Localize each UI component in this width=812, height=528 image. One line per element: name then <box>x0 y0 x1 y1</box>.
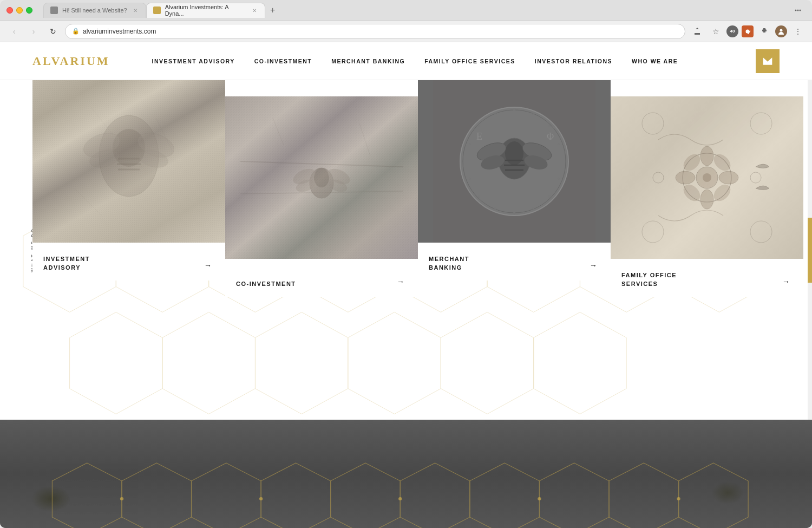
svg-marker-98 <box>331 463 401 528</box>
nav-investor-relations[interactable]: INVESTOR RELATIONS <box>525 58 622 64</box>
svg-point-0 <box>795 9 797 11</box>
svg-marker-96 <box>192 463 261 528</box>
svg-point-4 <box>780 29 783 31</box>
merchant-banking-image: E Φ <box>418 80 611 243</box>
family-office-title: FAMILY OFFICESERVICES <box>621 271 775 288</box>
back-button[interactable]: ‹ <box>6 24 22 39</box>
profile-avatar[interactable] <box>775 25 787 37</box>
svg-point-66 <box>558 143 560 145</box>
svg-marker-102 <box>609 463 679 528</box>
svg-point-105 <box>259 497 263 500</box>
service-card-merchant-banking[interactable]: E Φ <box>418 80 611 420</box>
tab-1-close[interactable]: ✕ <box>132 6 139 14</box>
svg-point-67 <box>558 178 560 180</box>
extensions-icon[interactable] <box>757 24 772 39</box>
nav-merchant-banking[interactable]: MERCHANT BANKING <box>322 58 415 64</box>
svg-point-106 <box>398 497 402 500</box>
new-tab-button[interactable]: + <box>265 3 280 18</box>
family-office-image <box>611 96 803 259</box>
svg-point-69 <box>532 207 534 210</box>
address-text: alvariuminvestments.com <box>83 28 156 35</box>
nav-co-investment[interactable]: CO-INVESTMENT <box>245 58 322 64</box>
svg-text:Φ: Φ <box>547 131 554 142</box>
bookmark-icon[interactable]: ☆ <box>708 24 723 39</box>
svg-point-72 <box>478 195 480 198</box>
service-card-co-investment[interactable]: CO-INVESTMENT → <box>225 96 418 420</box>
refresh-button[interactable]: ↻ <box>45 24 61 39</box>
tab-1[interactable]: Hi! Still need a Website? ✕ <box>43 3 146 18</box>
svg-point-1 <box>797 9 799 11</box>
merchant-banking-arrow: → <box>587 259 600 272</box>
svg-point-68 <box>548 195 551 198</box>
svg-text:E: E <box>476 131 482 142</box>
website-content: ALVARIUM INVESTMENT ADVISORY CO-INVESTME… <box>0 42 812 528</box>
tab-2-close[interactable]: ✕ <box>251 6 258 14</box>
svg-point-80 <box>700 146 713 166</box>
nav-who-we-are[interactable]: WHO WE ARE <box>622 58 687 64</box>
bottom-section <box>0 420 812 528</box>
tab-2[interactable]: Alvarium Investments: A Dyna... ✕ <box>146 3 265 18</box>
contact-cta-button[interactable] <box>756 49 780 73</box>
card-image-investment-advisory <box>32 80 225 243</box>
tab-1-title: Hi! Still need a Website? <box>62 7 127 14</box>
close-window-button[interactable] <box>6 7 13 14</box>
service-card-investment-advisory[interactable]: INVESTMENTADVISORY → <box>32 80 225 420</box>
investment-advisory-label: INVESTMENTADVISORY → <box>32 243 225 281</box>
nav-investment-advisory[interactable]: INVESTMENT ADVISORY <box>142 58 245 64</box>
svg-marker-101 <box>539 463 609 528</box>
envelope-icon <box>762 56 773 67</box>
svg-point-65 <box>548 125 551 127</box>
svg-marker-97 <box>261 463 331 528</box>
co-investment-image <box>225 96 418 259</box>
tab-2-favicon <box>153 6 161 14</box>
family-office-label: FAMILY OFFICESERVICES → <box>611 259 803 297</box>
svg-point-90 <box>642 221 664 243</box>
site-logo[interactable]: ALVARIUM <box>32 54 110 68</box>
site-navigation: ALVARIUM INVESTMENT ADVISORY CO-INVESTME… <box>0 42 812 80</box>
coin-svg: E Φ <box>418 80 611 243</box>
toolbar-actions: ☆ 40 ⋮ <box>690 24 806 39</box>
service-card-family-office-services[interactable]: FAMILY OFFICESERVICES → <box>611 96 803 420</box>
svg-point-82 <box>676 171 695 184</box>
merchant-banking-label: MERCHANTBANKING → <box>418 243 611 281</box>
svg-marker-100 <box>470 463 540 528</box>
svg-point-104 <box>120 497 123 500</box>
svg-point-81 <box>700 190 713 209</box>
svg-point-88 <box>642 113 664 134</box>
minimize-window-button[interactable] <box>16 7 23 14</box>
svg-point-93 <box>750 172 761 183</box>
svg-point-70 <box>513 212 515 214</box>
investment-advisory-arrow: → <box>201 259 214 272</box>
scrollbar-thumb[interactable] <box>808 218 812 283</box>
browser-frame: Hi! Still need a Website? ✕ Alvarium Inv… <box>0 0 812 528</box>
svg-point-107 <box>538 497 541 500</box>
content-wrapper: WHAT WE DO <box>0 80 812 528</box>
browser-toolbar: ‹ › ↻ 🔒 alvariuminvestments.com ☆ 40 ⋮ <box>0 21 812 42</box>
browser-titlebar: Hi! Still need a Website? ✕ Alvarium Inv… <box>0 0 812 21</box>
nav-family-office-services[interactable]: FAMILY OFFICE SERVICES <box>415 58 525 64</box>
svg-point-64 <box>532 113 534 115</box>
maximize-window-button[interactable] <box>26 7 32 14</box>
svg-point-74 <box>469 143 471 145</box>
co-investment-title: CO-INVESTMENT <box>236 280 390 288</box>
chrome-menu-icon[interactable] <box>790 3 806 18</box>
address-bar[interactable]: 🔒 alvariuminvestments.com <box>65 24 685 39</box>
svg-point-92 <box>653 172 664 183</box>
merchant-banking-title: MERCHANTBANKING <box>429 255 582 272</box>
svg-point-75 <box>478 125 480 127</box>
co-investment-label: CO-INVESTMENT → <box>225 259 418 297</box>
svg-marker-103 <box>679 463 749 528</box>
family-office-arrow: → <box>780 275 793 288</box>
svg-point-108 <box>677 497 680 500</box>
scrollbar[interactable] <box>808 80 812 420</box>
forward-button[interactable]: › <box>26 24 41 39</box>
card-image-co-investment <box>225 96 418 259</box>
svg-marker-99 <box>400 463 470 528</box>
svg-point-71 <box>494 207 496 210</box>
chrome-menu-icon[interactable]: ⋮ <box>790 24 806 39</box>
extension-badge-1[interactable]: 40 <box>726 25 738 37</box>
extension-badge-2[interactable] <box>742 25 754 37</box>
svg-point-79 <box>703 173 711 182</box>
share-icon[interactable] <box>690 24 705 39</box>
co-investment-arrow: → <box>394 275 407 288</box>
